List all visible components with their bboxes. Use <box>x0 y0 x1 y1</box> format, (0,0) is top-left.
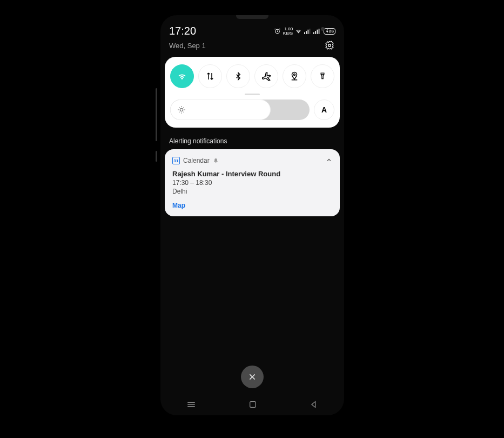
flashlight-toggle[interactable] <box>311 64 334 88</box>
svg-rect-3 <box>308 29 309 34</box>
back-icon <box>310 400 318 409</box>
notification-title: Rajesh Kumar - Interview Round <box>172 170 332 178</box>
airplane-mode-toggle[interactable] <box>254 64 278 88</box>
quick-settings-panel: A <box>165 57 340 128</box>
svg-rect-6 <box>315 31 316 34</box>
brightness-row: A <box>170 99 334 120</box>
back-button[interactable] <box>310 400 318 411</box>
notification-card[interactable]: 31 Calendar Rajesh Kumar - Interview Rou… <box>165 149 340 216</box>
location-toggle[interactable] <box>283 64 306 88</box>
bell-icon <box>213 158 219 164</box>
chevron-up-icon <box>326 157 332 163</box>
svg-rect-2 <box>306 31 307 34</box>
svg-point-11 <box>180 108 183 111</box>
brightness-icon <box>177 105 186 114</box>
close-icon <box>248 373 257 381</box>
brightness-slider[interactable] <box>170 99 310 120</box>
navigation-bar <box>160 396 344 415</box>
map-action-button[interactable]: Map <box>172 202 185 209</box>
date-text: Wed, Sep 1 <box>169 42 206 50</box>
svg-point-9 <box>328 44 331 47</box>
wifi-toggle[interactable] <box>170 64 194 88</box>
svg-rect-5 <box>313 32 314 34</box>
mobile-data-toggle[interactable] <box>198 64 222 88</box>
battery-percent: 26 <box>329 29 334 34</box>
svg-rect-8 <box>319 29 320 34</box>
phone-screen: 17:20 1.00 KB/S 26 Wed, Sep 1 <box>160 15 344 415</box>
svg-point-10 <box>294 74 295 76</box>
recents-icon <box>186 401 196 408</box>
auto-brightness-toggle[interactable]: A <box>314 99 334 120</box>
svg-rect-1 <box>304 32 305 34</box>
svg-rect-7 <box>317 29 318 34</box>
svg-rect-4 <box>310 29 311 34</box>
gear-icon <box>325 41 334 50</box>
front-camera-dot <box>321 27 325 31</box>
collapse-button[interactable] <box>326 156 332 165</box>
clock: 17:20 <box>169 25 196 37</box>
notification-header: 31 Calendar <box>172 156 332 165</box>
alarm-icon <box>274 28 281 35</box>
notification-location: Delhi <box>172 188 332 195</box>
scroll-hint <box>156 151 157 162</box>
home-button[interactable] <box>248 400 257 411</box>
settings-button[interactable] <box>324 39 335 51</box>
recents-button[interactable] <box>186 401 196 410</box>
signal-2-icon <box>313 28 320 35</box>
scroll-hint <box>156 88 157 141</box>
bluetooth-icon <box>234 71 243 81</box>
data-arrows-icon <box>205 71 215 81</box>
quick-settings-row <box>170 64 334 88</box>
svg-rect-12 <box>250 402 256 408</box>
flashlight-icon <box>319 71 326 81</box>
location-pin-icon <box>290 71 299 81</box>
date-row: Wed, Sep 1 <box>160 38 344 57</box>
speed-unit: KB/S <box>283 31 293 36</box>
calendar-app-icon: 31 <box>172 157 180 164</box>
notification-app-name: Calendar <box>183 157 210 164</box>
auto-brightness-label: A <box>321 105 327 114</box>
status-icons: 1.00 KB/S 26 <box>274 27 335 36</box>
home-icon <box>248 400 257 409</box>
network-speed: 1.00 KB/S <box>283 27 293 36</box>
wifi-icon <box>295 28 302 35</box>
battery-indicator: 26 <box>324 28 335 35</box>
clear-notifications-button[interactable] <box>241 366 264 388</box>
brightness-fill <box>170 99 271 120</box>
airplane-icon <box>261 71 271 81</box>
bluetooth-toggle[interactable] <box>226 64 250 88</box>
signal-1-icon <box>304 28 311 35</box>
phone-notch <box>236 15 268 19</box>
qs-expand-handle[interactable] <box>245 94 260 95</box>
alerting-notifications-header: Alerting notifications <box>160 128 344 149</box>
notification-time: 17:30 – 18:30 <box>172 179 332 187</box>
calendar-icon-day: 31 <box>174 158 179 163</box>
wifi-icon <box>177 71 187 82</box>
